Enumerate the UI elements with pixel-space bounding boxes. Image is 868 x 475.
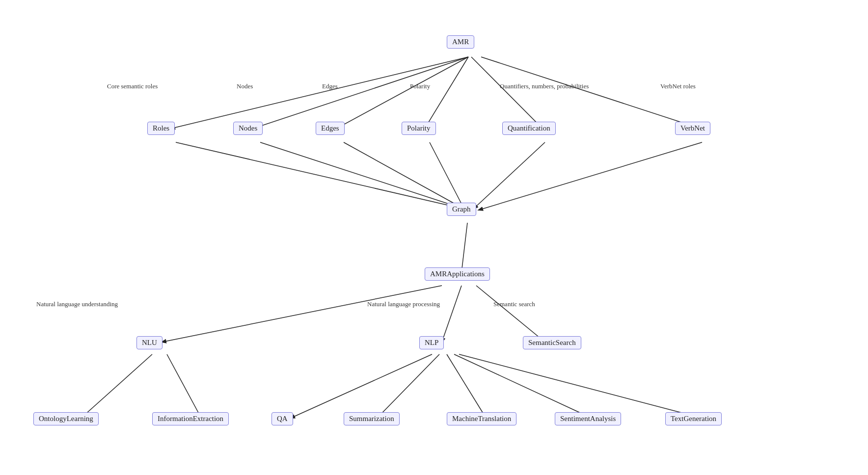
node-Nodes: Nodes	[233, 122, 263, 135]
svg-line-15	[476, 286, 545, 342]
svg-line-18	[291, 354, 432, 418]
node-NLU: NLU	[136, 336, 163, 349]
svg-line-10	[474, 142, 545, 209]
node-TextGeneration: TextGeneration	[665, 412, 722, 425]
svg-line-22	[459, 354, 702, 418]
node-Quantification: Quantification	[502, 122, 556, 135]
svg-line-5	[481, 57, 701, 129]
node-AMR: AMR	[447, 35, 474, 49]
edge-label-nlp: Natural language processing	[367, 300, 440, 308]
node-NLP: NLP	[419, 336, 444, 349]
edge-label-semantic-search: Semantic search	[493, 300, 535, 308]
svg-line-0	[171, 57, 468, 129]
node-AMRApplications: AMRApplications	[425, 267, 490, 281]
svg-line-3	[425, 57, 468, 129]
node-Summarization: Summarization	[344, 412, 400, 425]
edge-label-polarity: Polarity	[410, 82, 430, 90]
node-Edges: Edges	[316, 122, 345, 135]
node-OntologyLearning: OntologyLearning	[33, 412, 99, 425]
node-Polarity: Polarity	[402, 122, 436, 135]
svg-line-14	[442, 286, 461, 342]
svg-line-2	[336, 57, 468, 129]
edge-label-quantifiers: Quantifiers, numbers, probabilities	[500, 82, 589, 90]
svg-line-16	[81, 354, 152, 418]
svg-line-19	[377, 354, 439, 418]
node-InformationExtraction: InformationExtraction	[152, 412, 229, 425]
edge-label-nodes: Nodes	[237, 82, 253, 90]
svg-line-20	[447, 354, 486, 418]
node-SemanticSearch: SemanticSearch	[523, 336, 581, 349]
graph-container: AMR Roles Nodes Edges Polarity Quantific…	[0, 0, 868, 475]
svg-line-9	[430, 142, 464, 209]
svg-line-4	[471, 57, 542, 129]
node-Graph: Graph	[447, 203, 476, 216]
node-Roles: Roles	[147, 122, 175, 135]
svg-line-17	[167, 354, 201, 418]
edge-label-edges: Edges	[322, 82, 338, 90]
svg-line-6	[176, 142, 462, 209]
svg-line-1	[253, 57, 468, 129]
svg-line-21	[454, 354, 592, 418]
node-VerbNet: VerbNet	[675, 122, 710, 135]
edge-label-nlu: Natural language understanding	[36, 300, 118, 308]
node-MachineTranslation: MachineTranslation	[447, 412, 516, 425]
svg-line-12	[461, 223, 467, 272]
svg-line-11	[479, 142, 702, 210]
edge-label-core-semantic-roles: Core semantic roles	[107, 82, 158, 90]
edge-label-verbnet-roles: VerbNet roles	[660, 82, 696, 90]
node-SentimentAnalysis: SentimentAnalysis	[555, 412, 621, 425]
graph-svg	[0, 0, 868, 475]
node-QA: QA	[271, 412, 293, 425]
svg-line-13	[162, 286, 442, 342]
